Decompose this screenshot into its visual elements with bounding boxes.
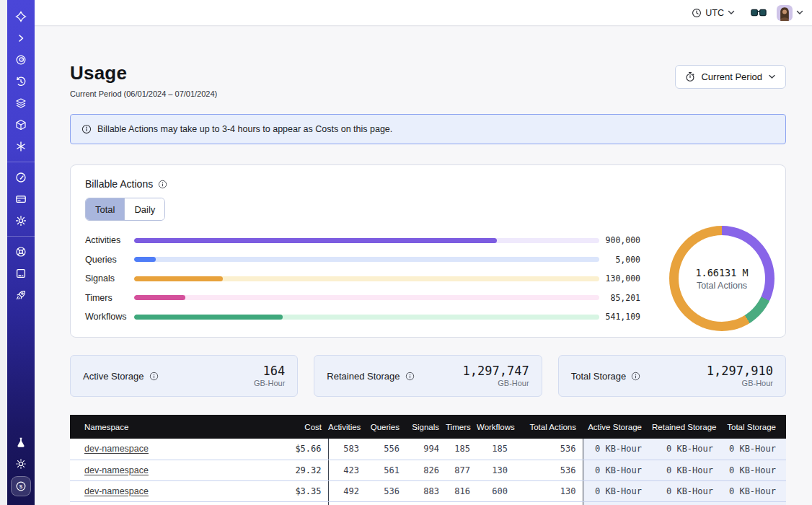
- sun-icon[interactable]: [11, 454, 31, 473]
- bar-value: 130,000: [599, 273, 640, 284]
- storage-summary-row: Active Storage 164 GB-Hour Retained Stor…: [70, 355, 786, 397]
- lifebuoy-icon[interactable]: [11, 242, 31, 261]
- cell-active-storage: 0 KB-Hour: [583, 480, 652, 501]
- total-actions-donut-chart: 1.66131 M Total Actions: [669, 226, 775, 331]
- bar-fill: [134, 315, 283, 320]
- storage-card-unit: GB-Hour: [254, 379, 285, 387]
- cell-total-actions: 130: [514, 480, 583, 501]
- temporal-logo-icon[interactable]: [11, 7, 31, 26]
- bar-track: [134, 315, 599, 320]
- bar-track: [134, 295, 599, 300]
- cell-queries: 536: [366, 480, 406, 501]
- avatar[interactable]: [777, 5, 793, 21]
- cell-retained-storage: [652, 501, 723, 505]
- cell-timers: [446, 501, 477, 505]
- bar-row: Queries 5,000: [85, 250, 655, 270]
- chevron-down-icon: [768, 74, 776, 79]
- clock-icon: [692, 8, 702, 18]
- cell-total-actions: [514, 501, 583, 505]
- col-namespace: Namespace: [70, 415, 265, 439]
- chevron-down-icon[interactable]: [796, 10, 803, 15]
- storage-card-unit: GB-Hour: [707, 379, 773, 387]
- cell-total-actions: 536: [514, 460, 583, 480]
- bar-row: Timers 85,201: [85, 289, 655, 308]
- col-timers: Timers: [446, 415, 477, 439]
- card-icon[interactable]: [11, 190, 31, 208]
- tab-daily[interactable]: Daily: [124, 198, 164, 220]
- rocket-icon[interactable]: [11, 286, 31, 304]
- col-cost: Cost: [265, 415, 328, 439]
- bar-track: [134, 238, 599, 243]
- table-row: dev-namespace: [70, 501, 786, 505]
- billable-actions-view-toggle: Total Daily: [85, 198, 165, 221]
- namespace-link[interactable]: dev-namespace: [84, 486, 149, 496]
- dollar-coin-icon[interactable]: $: [11, 476, 31, 496]
- active-storage-card: Active Storage 164 GB-Hour: [70, 355, 298, 397]
- cell-total-storage: [723, 501, 786, 505]
- table-row: dev-namespace $3.35 492 536 883 816 600 …: [70, 480, 786, 501]
- cell-retained-storage: 0 KB-Hour: [652, 460, 723, 480]
- donut-center: 1.66131 M Total Actions: [679, 235, 765, 322]
- timezone-selector[interactable]: UTC: [692, 8, 735, 18]
- namespace-link[interactable]: dev-namespace: [84, 444, 149, 454]
- gear-icon[interactable]: [11, 211, 31, 230]
- period-button-label: Current Period: [701, 71, 762, 82]
- info-icon[interactable]: [631, 372, 640, 381]
- col-total-storage: Total Storage: [723, 415, 786, 439]
- storage-card-label: Retained Storage: [327, 371, 400, 382]
- info-icon[interactable]: [149, 372, 159, 381]
- col-queries: Queries: [366, 415, 406, 439]
- tab-total[interactable]: Total: [86, 198, 124, 220]
- bar-value: 541,109: [599, 312, 640, 322]
- cell-active-storage: 0 KB-Hour: [583, 439, 652, 460]
- cell-total-storage: 0 KB-Hour: [723, 460, 786, 480]
- asterisk-icon[interactable]: [11, 137, 31, 156]
- cell-signals: 826: [406, 460, 446, 480]
- cell-queries: [366, 501, 406, 505]
- sidebar: $: [7, 0, 35, 505]
- col-activities: Activities: [328, 415, 366, 439]
- info-icon[interactable]: [405, 372, 415, 381]
- spiral-icon[interactable]: [11, 50, 31, 69]
- col-workflows: Workflows: [477, 415, 514, 439]
- storage-card-label: Total Storage: [571, 371, 627, 382]
- cube-icon[interactable]: [11, 115, 31, 134]
- donut-total-value: 1.66131 M: [695, 267, 748, 278]
- retained-storage-card: Retained Storage 1,297,747 GB-Hour: [314, 355, 542, 397]
- bar-label: Signals: [85, 273, 134, 284]
- col-retained-storage: Retained Storage: [652, 415, 723, 439]
- info-icon[interactable]: [158, 180, 167, 189]
- cell-total-storage: 0 KB-Hour: [723, 480, 786, 501]
- chevron-down-icon: [728, 10, 735, 15]
- cell-workflows: 600: [477, 480, 514, 501]
- flask-icon[interactable]: [11, 433, 31, 452]
- bar-fill: [134, 257, 156, 262]
- cell-retained-storage: 0 KB-Hour: [652, 439, 723, 460]
- gauge-icon[interactable]: [11, 168, 31, 187]
- cell-workflows: 185: [477, 439, 514, 460]
- cell-signals: 883: [406, 480, 446, 501]
- namespace-usage-table: Namespace Cost Activities Queries Signal…: [70, 415, 786, 505]
- col-total-actions: Total Actions: [514, 415, 583, 439]
- history-icon[interactable]: [11, 72, 31, 91]
- period-selector-button[interactable]: Current Period: [675, 65, 786, 89]
- timezone-label: UTC: [705, 8, 724, 18]
- cell-activities: 583: [328, 439, 366, 460]
- total-storage-card: Total Storage 1,297,910 GB-Hour: [558, 355, 786, 397]
- bar-value: 5,000: [599, 255, 640, 265]
- bar-row: Activities 900,000: [85, 231, 655, 250]
- book-icon[interactable]: [11, 264, 31, 283]
- cell-activities: 492: [328, 480, 366, 501]
- glasses-icon[interactable]: [751, 8, 767, 17]
- sidebar-divider: [7, 162, 35, 162]
- info-icon: [81, 124, 92, 134]
- chevron-right-icon[interactable]: [11, 29, 31, 48]
- cell-active-storage: 0 KB-Hour: [583, 460, 652, 480]
- layers-icon[interactable]: [11, 94, 31, 113]
- storage-card-value: 1,297,747: [463, 364, 529, 378]
- bar-row: Signals 130,000: [85, 269, 655, 289]
- col-signals: Signals: [406, 415, 446, 439]
- storage-card-value: 1,297,910: [707, 364, 773, 378]
- cell-workflows: [477, 501, 514, 505]
- namespace-link[interactable]: dev-namespace: [84, 465, 149, 475]
